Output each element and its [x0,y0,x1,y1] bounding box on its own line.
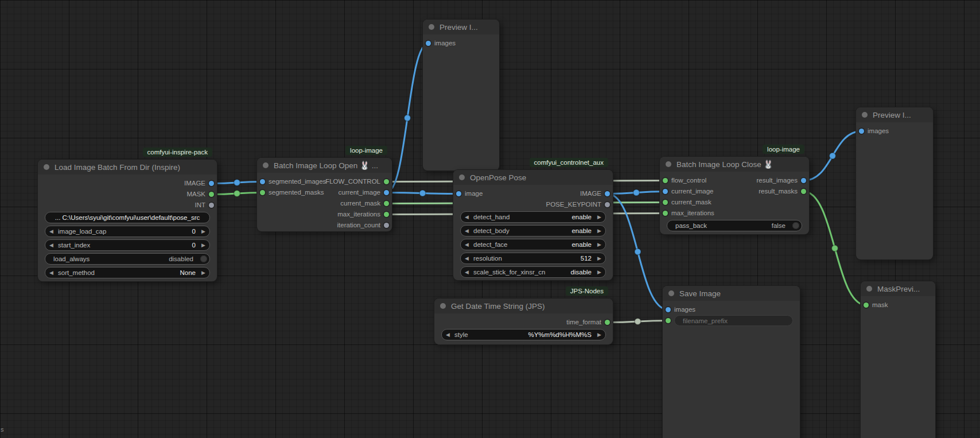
link-midpoint-dot [234,180,240,186]
increment-arrow-icon[interactable]: ▶ [201,269,205,277]
widget-label: detect_face [473,241,507,248]
input-slot-label: images [434,40,456,46]
node-title-bar[interactable]: OpenPose Pose [453,170,613,185]
decrement-arrow-icon[interactable]: ◀ [446,331,450,339]
widget-detect_hand[interactable]: ◀detect_handenable▶ [460,211,606,223]
widget-value: %Y%m%d%H%M%S [528,331,592,338]
output-slot-INT[interactable] [209,203,214,208]
node-title-bar[interactable]: Batch Image Loop Open 🐰 ... [257,158,392,173]
output-slot-time_format[interactable] [605,320,610,325]
output-slot-current_mask[interactable] [384,201,389,206]
collapse-dot-icon[interactable] [429,24,434,30]
node-title-bar[interactable]: Load Image Batch From Dir (Inspire) [38,160,217,175]
increment-arrow-icon[interactable]: ▶ [597,214,601,221]
widget-scale_stick_for_xinsr_cn[interactable]: ◀scale_stick_for_xinsr_cndisable▶ [460,266,606,278]
toggle-knob[interactable] [200,255,207,262]
node-openpose-pose[interactable]: comfyui_controlnet_auxOpenPose Poseimage… [453,170,613,280]
output-slot-label: max_iterations [337,211,380,218]
increment-arrow-icon[interactable]: ▶ [597,255,601,262]
node-title-bar[interactable]: MaskPrevi... [861,281,935,296]
node-title-bar[interactable]: Get Date Time String (JPS) [434,299,613,313]
toggle-knob[interactable] [792,222,799,229]
decrement-arrow-icon[interactable]: ◀ [465,255,469,262]
widget-load_always[interactable]: load_alwaysdisabled [45,253,210,265]
decrement-arrow-icon[interactable]: ◀ [465,269,469,276]
decrement-arrow-icon[interactable]: ◀ [49,269,53,277]
node-get-date-time[interactable]: JPS-NodesGet Date Time String (JPS)time_… [434,299,613,344]
input-slot-current_image[interactable] [663,189,668,194]
increment-arrow-icon[interactable]: ▶ [597,227,601,235]
increment-arrow-icon[interactable]: ▶ [597,331,601,339]
collapse-dot-icon[interactable] [866,286,872,292]
node-title: Batch Image Loop Close 🐰 [676,160,773,169]
collapse-dot-icon[interactable] [666,161,671,167]
input-slot-current_mask[interactable] [663,200,668,205]
output-slot-IMAGE[interactable] [209,181,214,186]
widget-image_load_cap[interactable]: ◀image_load_cap0▶ [45,226,210,237]
widget-label: scale_stick_for_xinsr_cn [473,269,545,276]
node-load-image-batch[interactable]: comfyui-inspire-packLoad Image Batch Fro… [38,160,217,281]
collapse-dot-icon[interactable] [263,162,269,168]
output-slot-POSE_KEYPOINT[interactable] [605,202,610,207]
decrement-arrow-icon[interactable]: ◀ [465,241,469,249]
output-slot-label: IMAGE [580,190,601,197]
node-batch-loop-close[interactable]: loop-imageBatch Image Loop Close 🐰flow_c… [660,157,809,234]
widget-value: None [180,269,196,276]
graph-canvas[interactable]: s comfyui-inspire-packLoad Image Batch F… [0,0,980,438]
node-batch-loop-open[interactable]: loop-imageBatch Image Loop Open 🐰 ...seg… [257,158,392,231]
collapse-dot-icon[interactable] [862,112,868,118]
output-slot-FLOW_CONTROL[interactable] [384,179,389,184]
decrement-arrow-icon[interactable]: ◀ [465,214,469,221]
widget-path[interactable]: ... C:\Users\syui\git\comfyui\user\defau… [45,212,210,223]
output-slot-label: result_masks [759,188,798,195]
widget-style[interactable]: ◀style%Y%m%d%H%M%S▶ [441,329,606,340]
node-title-bar[interactable]: Save Image [663,286,800,301]
increment-arrow-icon[interactable]: ▶ [201,228,205,235]
widget-resolution[interactable]: ◀resolution512▶ [460,253,606,264]
increment-arrow-icon[interactable]: ▶ [201,242,205,249]
widget-detect_face[interactable]: ◀detect_faceenable▶ [460,239,606,250]
output-slot-IMAGE[interactable] [605,191,610,196]
collapse-dot-icon[interactable] [44,164,49,170]
widget-pass_back[interactable]: pass_backfalse [667,220,802,231]
collapse-dot-icon[interactable] [440,303,446,309]
input-slot-flow_control[interactable] [663,178,668,183]
input-slot-filename_prefix[interactable] [666,318,671,323]
decrement-arrow-icon[interactable]: ◀ [465,227,469,235]
collapse-dot-icon[interactable] [668,290,674,296]
node-title-bar[interactable]: Preview I... [856,107,933,122]
output-slot-max_iterations[interactable] [384,212,389,217]
node-title-bar[interactable]: Preview I... [423,20,499,34]
increment-arrow-icon[interactable]: ▶ [597,269,601,276]
node-save-image[interactable]: Save Imageimagesfilename_prefix [663,286,800,438]
node-badge: comfyui-inspire-pack [143,148,212,157]
input-slot-images[interactable] [666,307,671,312]
input-slot-max_iterations[interactable] [663,211,668,216]
input-slot-image[interactable] [456,191,461,196]
increment-arrow-icon[interactable]: ▶ [597,241,601,249]
input-slot-images[interactable] [859,129,864,134]
decrement-arrow-icon[interactable]: ◀ [49,228,53,235]
widget-start_index[interactable]: ◀start_index0▶ [45,239,210,251]
decrement-arrow-icon[interactable]: ◀ [49,242,53,249]
slot-row: segmented_maskscurrent_image [257,187,392,198]
input-slot-segmented_masks[interactable] [260,190,265,195]
input-slot-label: image [465,190,483,197]
node-mask-preview[interactable]: MaskPrevi...mask [861,281,935,438]
output-slot-result_masks[interactable] [801,189,806,194]
node-preview-image-right[interactable]: Preview I...images [856,107,933,259]
output-slot-result_images[interactable] [801,178,806,183]
node-preview-image-top[interactable]: Preview I...images [423,20,499,170]
input-slot-images[interactable] [426,41,431,46]
input-slot-segmented_images[interactable] [260,179,265,184]
collapse-dot-icon[interactable] [459,175,465,180]
input-slot-mask[interactable] [864,303,869,308]
widget-sort_method[interactable]: ◀sort_methodNone▶ [45,267,210,278]
inline-widget-filename-prefix[interactable]: filename_prefix [674,315,793,326]
output-slot-current_image[interactable] [384,190,389,195]
widget-label: load_always [53,255,90,262]
output-slot-iteration_count[interactable] [384,223,389,228]
output-slot-MASK[interactable] [209,192,214,197]
node-title-bar[interactable]: Batch Image Loop Close 🐰 [660,157,809,172]
widget-detect_body[interactable]: ◀detect_bodyenable▶ [460,225,606,237]
